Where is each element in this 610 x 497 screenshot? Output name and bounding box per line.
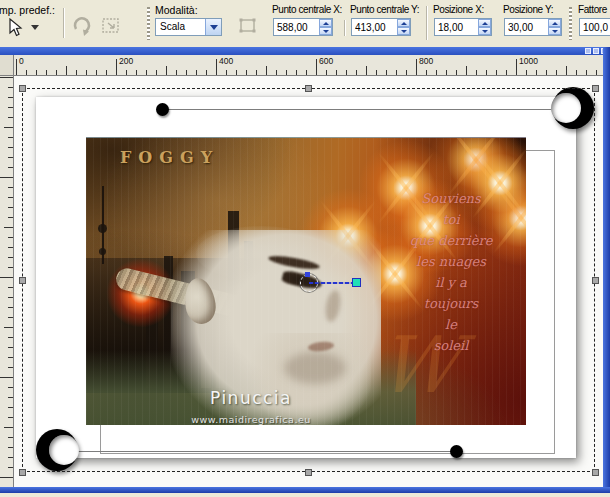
ruler-tick-label: 800 — [419, 56, 433, 66]
mode-value: Scala — [160, 21, 185, 32]
center-x-spinbox[interactable] — [273, 18, 333, 36]
handle-top-left[interactable] — [19, 85, 26, 92]
handle-bottom-center[interactable] — [305, 469, 312, 476]
handle-bottom-left[interactable] — [19, 469, 26, 476]
position-x-spinbox[interactable] — [434, 18, 492, 36]
spin-down-icon[interactable] — [319, 27, 332, 35]
status-strip — [0, 493, 610, 497]
chevron-down-icon — [210, 25, 218, 30]
handles-box-icon — [237, 15, 261, 37]
presets-picker-button[interactable] — [4, 16, 40, 40]
scale-factor-spinbox[interactable] — [579, 18, 610, 36]
position-y-spinbox[interactable] — [504, 18, 562, 36]
dropdown-caret-icon — [31, 25, 39, 30]
deselect-button[interactable] — [100, 15, 124, 39]
center-x-label: Punto centrale X: — [272, 4, 342, 15]
spin-up-icon[interactable] — [397, 19, 410, 27]
perspective-button[interactable] — [237, 15, 261, 39]
ruler-tick-label: 400 — [219, 56, 233, 66]
ruler-tick-label: 200 — [119, 56, 133, 66]
center-y-input[interactable] — [352, 19, 398, 35]
spinner-buttons[interactable] — [548, 19, 561, 35]
spin-down-icon[interactable] — [478, 27, 491, 35]
handle-top-center[interactable] — [305, 85, 312, 92]
spin-up-icon[interactable] — [478, 19, 491, 27]
curved-arrow-icon — [72, 15, 96, 37]
position-x-input[interactable] — [435, 19, 479, 35]
window-restore-button[interactable] — [593, 48, 599, 54]
combo-dropdown-button[interactable] — [205, 19, 221, 35]
position-y-input[interactable] — [505, 19, 549, 35]
center-y-label: Punto centrale Y: — [350, 4, 419, 15]
ruler-tick-label: 0 — [19, 56, 24, 66]
rotation-handle[interactable] — [352, 278, 361, 287]
mode-label: Modalità: — [155, 4, 198, 16]
center-y-spinbox[interactable] — [351, 18, 411, 36]
toolbar-separator — [344, 20, 346, 36]
ruler-tick-label: 1000 — [519, 56, 538, 66]
handle-middle-right[interactable] — [592, 277, 599, 284]
position-y-label: Posizione Y: — [503, 4, 553, 15]
presets-label: Imp. predef.: — [0, 4, 55, 16]
scale-factor-label: Fattore — [578, 4, 607, 15]
spinner-buttons[interactable] — [478, 19, 491, 35]
window-minimize-button[interactable] — [585, 48, 591, 54]
mode-combobox[interactable]: Scala — [155, 18, 222, 36]
window-border-right — [603, 47, 610, 493]
reset-tool-button[interactable] — [72, 15, 96, 39]
handle-top-right[interactable] — [592, 85, 599, 92]
spinner-buttons[interactable] — [319, 19, 332, 35]
image-window-titlebar[interactable] — [0, 47, 610, 55]
center-x-input[interactable] — [274, 19, 320, 35]
toolbar-separator — [426, 6, 428, 40]
handle-middle-left[interactable] — [19, 277, 26, 284]
spin-down-icon[interactable] — [397, 27, 410, 35]
handle-bottom-right[interactable] — [592, 469, 599, 476]
toolbar-grip — [569, 7, 572, 40]
ruler-corner — [0, 55, 14, 76]
pivot-marker — [305, 272, 310, 277]
deform-box-icon — [100, 15, 124, 37]
app-window: Imp. predef.: Modalità: Scala — [0, 0, 610, 497]
position-x-label: Posizione X: — [433, 4, 484, 15]
pick-tool-icon — [6, 18, 24, 38]
spin-up-icon[interactable] — [548, 19, 561, 27]
image-canvas[interactable]: W FOGGY Souviens toi que derrière les nu… — [14, 76, 603, 487]
horizontal-ruler: 0 200 400 600 800 1000 — [14, 55, 603, 76]
ruler-tick-label: 600 — [319, 56, 333, 66]
toolbar-separator — [63, 8, 65, 38]
spin-down-icon[interactable] — [548, 27, 561, 35]
scale-factor-input[interactable] — [580, 19, 610, 35]
spin-up-icon[interactable] — [319, 19, 332, 27]
tool-options-toolbar: Imp. predef.: Modalità: Scala — [0, 0, 610, 47]
toolbar-grip — [147, 7, 150, 40]
spinner-buttons[interactable] — [397, 19, 410, 35]
vertical-ruler — [0, 76, 14, 487]
